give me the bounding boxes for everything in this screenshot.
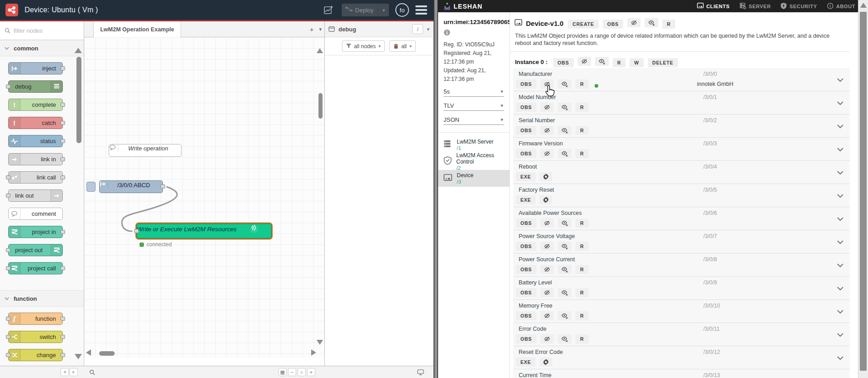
eye-x-button[interactable] [558, 288, 571, 297]
r-button[interactable]: R [613, 58, 626, 67]
expand-chevron-icon[interactable] [837, 308, 844, 316]
browser-scrollbar[interactable] [858, 0, 868, 378]
export-flow-icon[interactable] [322, 3, 335, 17]
r-button[interactable]: R [575, 80, 588, 89]
eye-off-button[interactable] [540, 103, 554, 112]
canvas-scroll-down-icon[interactable] [317, 340, 323, 345]
expand-chevron-icon[interactable] [837, 238, 844, 246]
zoom-in-button[interactable]: + [307, 368, 315, 376]
r-button[interactable]: R [575, 311, 588, 320]
eye-x-button[interactable] [558, 103, 571, 112]
expand-categories-button[interactable]: » [70, 368, 78, 376]
expand-chevron-icon[interactable] [837, 145, 844, 154]
deploy-caret-icon[interactable]: ▾ [378, 4, 389, 16]
create-button[interactable]: CREATE [568, 20, 599, 29]
palette-node-project-out[interactable]: project out [8, 244, 63, 256]
select-tlv[interactable]: TLV▾ [444, 101, 504, 111]
obs-button[interactable]: OBS [553, 58, 574, 67]
eye-off-button[interactable] [540, 219, 554, 228]
nav-server[interactable]: SERVER [740, 3, 771, 10]
flow-list-caret-icon[interactable]: ▾ [319, 26, 322, 32]
palette-category-function[interactable]: function [0, 290, 84, 307]
eye-x-button[interactable] [558, 311, 571, 320]
exe-button[interactable]: EXE [516, 172, 535, 181]
expand-chevron-icon[interactable] [837, 284, 844, 293]
comment-node-write-operation[interactable]: Write operation [109, 144, 182, 157]
palette-node-debug[interactable]: debug [8, 80, 63, 93]
main-menu-icon[interactable] [415, 5, 429, 15]
node-help-button[interactable]: i [412, 24, 423, 34]
gear-button[interactable] [540, 195, 552, 204]
debug-clear-select[interactable]: all ▾ [389, 40, 416, 52]
expand-chevron-icon[interactable] [837, 122, 844, 130]
eye-x-button[interactable] [645, 18, 658, 27]
palette-node-project-call[interactable]: project call [8, 262, 63, 274]
eye-x-button[interactable] [558, 80, 571, 89]
canvas-horizontal-scrollbar[interactable] [99, 351, 115, 356]
collapse-categories-button[interactable]: » [61, 368, 69, 376]
obs-button[interactable]: OBS [516, 149, 536, 158]
r-button[interactable]: R [575, 149, 588, 158]
expand-chevron-icon[interactable] [837, 331, 844, 339]
search-flows-icon[interactable] [88, 368, 96, 376]
canvas-vertical-scrollbar[interactable] [318, 93, 323, 119]
scrollbar-thumb[interactable] [860, 12, 867, 371]
canvas-scroll-left-icon[interactable] [86, 349, 91, 356]
obs-button[interactable]: OBS [516, 265, 536, 274]
palette-node-function[interactable]: ffunction [8, 313, 63, 325]
palette-node-project-in[interactable]: project in [8, 226, 63, 238]
palette-scrollbar[interactable] [76, 57, 81, 143]
select-5s[interactable]: 5s▾ [444, 87, 504, 97]
palette-scroll-up-icon[interactable] [75, 48, 82, 53]
palette-category-common[interactable]: common [0, 40, 84, 56]
obs-button[interactable]: OBS [516, 288, 536, 297]
eye-off-button[interactable] [540, 242, 554, 251]
eye-x-button[interactable] [558, 242, 571, 251]
inject-node[interactable]: /3/0/0:ABCD [99, 180, 163, 193]
w-button[interactable]: W [630, 58, 644, 67]
palette-node-inject[interactable]: inject [8, 62, 63, 75]
lwm2m-write-execute-node[interactable]: Write or Execute LwM2M Resources [136, 224, 272, 239]
palette-node-complete[interactable]: !complete [8, 99, 63, 111]
eye-off-button[interactable] [540, 311, 554, 320]
inject-trigger-button[interactable] [86, 182, 96, 192]
expand-chevron-icon[interactable] [837, 169, 844, 177]
expand-chevron-icon[interactable] [837, 192, 844, 200]
nav-about[interactable]: ABOUT [827, 3, 855, 10]
nav-security[interactable]: SECURITY [781, 3, 817, 10]
tab-lwm2m-operation-example[interactable]: LwM2M Operation Example [93, 21, 181, 37]
debug-filter-select[interactable]: all nodes ▾ [342, 40, 385, 52]
deploy-button[interactable]: Deploy ▾ [342, 4, 389, 16]
obs-button[interactable]: OBS [516, 311, 536, 320]
expand-chevron-icon[interactable] [837, 215, 844, 223]
expand-chevron-icon[interactable] [837, 99, 844, 107]
delete-button[interactable]: DELETE [648, 58, 678, 67]
scrollbar-up-icon[interactable] [860, 3, 867, 8]
r-button[interactable]: R [575, 103, 588, 112]
gear-button[interactable] [540, 172, 552, 181]
nav-clients[interactable]: CLIENTS [697, 3, 730, 10]
exe-button[interactable]: EXE [516, 358, 535, 367]
debug-popout-icon[interactable] [416, 368, 424, 376]
output-port[interactable] [161, 184, 165, 189]
obs-button[interactable]: OBS [516, 126, 536, 135]
sidebar-options-caret-icon[interactable]: ▾ [427, 26, 429, 32]
canvas-scroll-up-icon[interactable] [317, 48, 323, 53]
eye-off-button[interactable] [540, 288, 554, 297]
flow-canvas[interactable]: Write operation /3/0/0:ABCD Write or Exe… [84, 37, 324, 358]
object-item-device[interactable]: Device/3 [438, 170, 510, 187]
eye-x-button[interactable] [595, 57, 609, 66]
object-item-lwm2m-server[interactable]: LwM2M Server/1 [438, 136, 510, 153]
eye-off-button[interactable] [540, 265, 554, 274]
obs-button[interactable]: OBS [516, 242, 536, 251]
add-flow-button[interactable]: + [310, 25, 314, 33]
canvas-scroll-right-icon[interactable] [311, 349, 316, 356]
expand-chevron-icon[interactable] [837, 76, 844, 84]
navigator-button[interactable]: ▦ [278, 368, 287, 376]
r-button[interactable]: R [662, 20, 675, 29]
input-port[interactable] [134, 229, 139, 233]
obs-button[interactable]: OBS [516, 103, 536, 112]
palette-node-catch[interactable]: !catch [8, 117, 63, 129]
r-button[interactable]: R [575, 242, 588, 251]
gear-button[interactable] [540, 358, 552, 367]
